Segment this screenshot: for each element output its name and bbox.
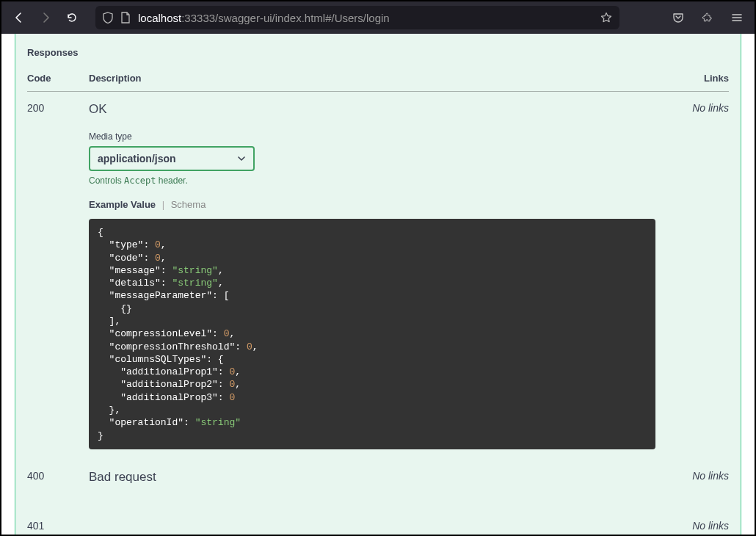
bookmark-star-icon[interactable] <box>600 12 612 23</box>
response-code: 400 <box>27 460 89 510</box>
back-button[interactable] <box>7 6 31 29</box>
pocket-icon <box>672 12 684 23</box>
reload-button[interactable] <box>60 6 84 29</box>
response-description-cell <box>89 510 663 536</box>
response-row-400: 400 Bad request No links <box>27 460 729 510</box>
th-description: Description <box>89 67 663 92</box>
url-bar[interactable]: localhost:33333/swagger-ui/index.html#/U… <box>95 6 619 29</box>
th-code: Code <box>27 67 89 92</box>
media-type-label: Media type <box>89 131 663 142</box>
puzzle-icon <box>702 12 713 23</box>
operation-panel: Responses Code Description Links 200 OK … <box>15 34 741 535</box>
extensions-button[interactable] <box>696 6 719 29</box>
response-links: No links <box>663 460 729 510</box>
th-links: Links <box>663 67 729 92</box>
response-code: 200 <box>27 92 89 460</box>
media-type-value: application/json <box>98 153 176 164</box>
page-icon <box>120 12 131 23</box>
example-json-block[interactable]: { "type": 0, "code": 0, "message": "stri… <box>89 219 655 449</box>
responses-heading: Responses <box>27 34 729 67</box>
back-icon <box>13 12 25 23</box>
menu-button[interactable] <box>725 6 749 29</box>
page-content: Responses Code Description Links 200 OK … <box>0 34 756 536</box>
pocket-button[interactable] <box>666 6 690 29</box>
browser-toolbar: localhost:33333/swagger-ui/index.html#/U… <box>0 0 756 34</box>
response-code: 401 <box>27 510 89 536</box>
response-description-cell: OK Media type application/json Controls … <box>89 92 663 460</box>
media-type-select[interactable]: application/json <box>89 146 255 171</box>
reload-icon <box>66 12 78 23</box>
response-row-200: 200 OK Media type application/json Contr… <box>27 92 729 460</box>
forward-button[interactable] <box>34 6 57 29</box>
accept-header-note: Controls Accept header. <box>89 175 663 186</box>
response-description: OK <box>89 102 663 117</box>
response-links: No links <box>663 510 729 536</box>
shield-icon <box>103 12 113 23</box>
chevron-down-icon <box>237 154 246 163</box>
tab-example-value[interactable]: Example Value <box>89 199 156 210</box>
url-text: localhost:33333/swagger-ui/index.html#/U… <box>138 12 593 24</box>
tab-schema[interactable]: Schema <box>171 199 206 210</box>
example-schema-tabs: Example Value | Schema <box>89 199 663 210</box>
response-links: No links <box>663 92 729 460</box>
responses-table: Code Description Links 200 OK Media type… <box>27 67 729 536</box>
response-description-cell: Bad request <box>89 460 663 510</box>
response-row-401: 401 No links <box>27 510 729 536</box>
response-description: Bad request <box>89 470 663 485</box>
forward-icon <box>40 12 51 23</box>
hamburger-icon <box>731 12 743 23</box>
